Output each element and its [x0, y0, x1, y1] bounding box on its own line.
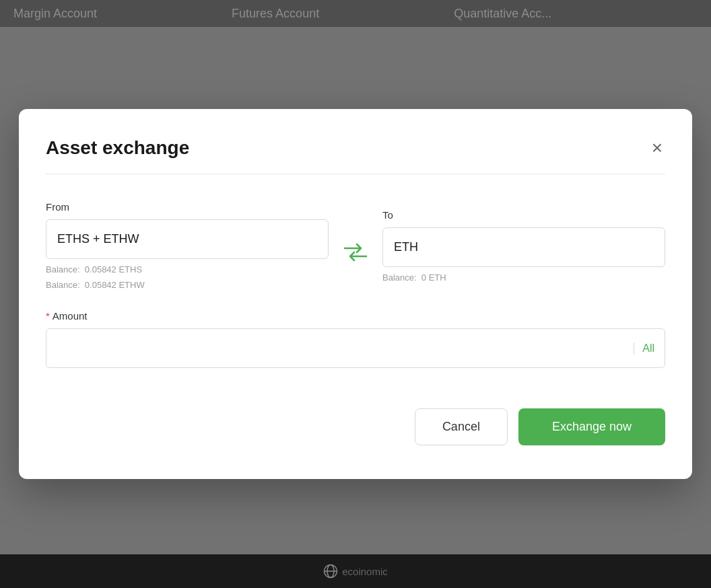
- modal-title: Asset exchange: [46, 137, 189, 159]
- asset-exchange-modal: Asset exchange × From Balance: 0.05842 E…: [19, 109, 692, 479]
- amount-input-wrap: All: [46, 328, 665, 368]
- amount-section: * Amount All: [46, 310, 665, 368]
- swap-icon: [342, 239, 369, 266]
- amount-label: * Amount: [46, 310, 665, 322]
- modal-header: Asset exchange ×: [46, 136, 665, 174]
- from-input[interactable]: [46, 219, 329, 259]
- swap-icon-wrap: [342, 225, 369, 266]
- bottom-bar: ecoinomic: [0, 554, 711, 588]
- ecoinomic-logo: ecoinomic: [323, 564, 388, 579]
- exchange-fields-row: From Balance: 0.05842 ETHS Balance: 0.05…: [46, 201, 665, 290]
- balance-eth: Balance: 0 ETH: [382, 272, 665, 283]
- all-button[interactable]: All: [634, 342, 654, 355]
- required-star: *: [46, 310, 50, 322]
- from-field-group: From Balance: 0.05842 ETHS Balance: 0.05…: [46, 201, 329, 290]
- balance-ethw: Balance: 0.05842 ETHW: [46, 280, 329, 290]
- balance-eths: Balance: 0.05842 ETHS: [46, 264, 329, 274]
- amount-input[interactable]: [46, 328, 665, 368]
- modal-footer: Cancel Exchange now: [46, 408, 665, 445]
- modal-overlay: Asset exchange × From Balance: 0.05842 E…: [0, 0, 711, 588]
- logo-text: ecoinomic: [342, 566, 388, 577]
- to-label: To: [382, 209, 665, 221]
- from-label: From: [46, 201, 329, 213]
- to-input[interactable]: [382, 227, 665, 267]
- close-button[interactable]: ×: [649, 136, 665, 160]
- amount-label-text: Amount: [53, 310, 88, 322]
- exchange-now-button[interactable]: Exchange now: [518, 408, 665, 445]
- cancel-button[interactable]: Cancel: [415, 408, 508, 445]
- to-field-group: To Balance: 0 ETH: [382, 209, 665, 283]
